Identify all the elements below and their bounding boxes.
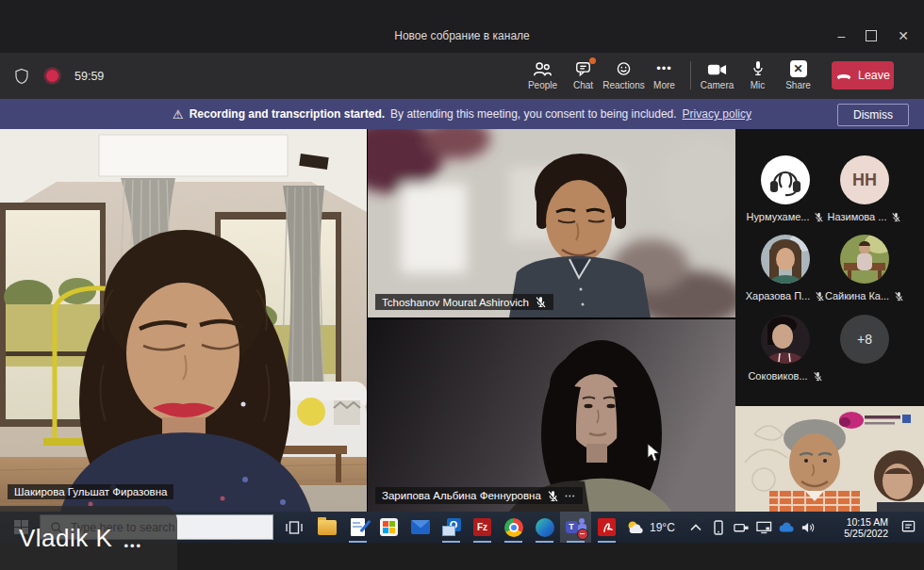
ethernet-display-icon xyxy=(756,521,772,534)
taskbar-apps: O Fz T xyxy=(311,512,622,543)
more-button[interactable]: ••• More xyxy=(644,60,685,90)
tray-phone-device[interactable] xyxy=(707,520,730,535)
tray-network[interactable] xyxy=(752,521,775,534)
onedrive-cloud-icon xyxy=(778,522,795,533)
avatar-photo xyxy=(761,235,810,284)
meeting-status-group: 59:59 xyxy=(13,53,104,99)
filezilla-icon: Fz xyxy=(473,518,491,536)
recording-indicator-icon xyxy=(44,68,60,84)
participant-overflow[interactable]: +8 xyxy=(822,315,907,364)
camera-device-icon xyxy=(734,522,750,533)
mic-muted-icon xyxy=(535,296,547,308)
tile-more-icon[interactable]: ⋯ xyxy=(565,489,577,502)
taskbar-app-acrobat[interactable] xyxy=(591,512,622,543)
tray-expand-button[interactable] xyxy=(685,524,707,531)
window-title: Новое собрание в каналe xyxy=(0,29,924,42)
action-center-button[interactable] xyxy=(894,520,922,534)
camera-button[interactable]: Camera xyxy=(697,60,737,90)
speaker-icon xyxy=(801,521,817,534)
hangup-icon xyxy=(835,71,852,80)
video-scene-room xyxy=(0,129,367,512)
participant-saykina[interactable]: Сайкина Ка... xyxy=(822,235,907,301)
self-menu-icon[interactable]: ••• xyxy=(124,539,142,553)
tray-volume[interactable] xyxy=(798,521,820,534)
reactions-button[interactable]: Reactions xyxy=(603,60,644,90)
people-button[interactable]: People xyxy=(522,60,563,90)
taskbar-app-outlook[interactable]: O xyxy=(436,512,467,543)
avatar-photo xyxy=(840,235,889,284)
video-tile-shakirova[interactable]: Шакирова Гульшат Фиразовна xyxy=(0,129,367,512)
task-view-button[interactable] xyxy=(279,512,309,543)
tray-onedrive[interactable] xyxy=(775,522,798,533)
participant-name-badge: Tchoshanov Mourat Ashirovich xyxy=(375,294,553,310)
self-name: Vladik K xyxy=(19,524,112,553)
chevron-up-icon xyxy=(690,524,701,531)
participant-sokovikov[interactable]: Соковиков... xyxy=(743,315,828,382)
avatar-photo-image xyxy=(840,235,889,284)
outlook-icon: O xyxy=(442,518,461,536)
overflow-count-badge: +8 xyxy=(840,315,889,364)
action-center-icon xyxy=(901,520,916,534)
chat-notification-dot xyxy=(589,57,596,64)
taskbar-app-mail[interactable] xyxy=(404,512,436,543)
taskbar-app-document-editor[interactable] xyxy=(342,512,373,543)
dismiss-button[interactable]: Dismiss xyxy=(837,104,909,126)
video-scene-couple xyxy=(735,406,924,512)
mouse-cursor xyxy=(647,443,660,463)
avatar-photo xyxy=(761,315,810,364)
participant-nurmukhame[interactable]: Нурмухаме... xyxy=(743,155,828,222)
privacy-policy-link[interactable]: Privacy policy xyxy=(683,107,751,121)
mic-muted-icon xyxy=(547,490,559,502)
weather-widget[interactable]: 19°C xyxy=(626,520,685,535)
microsoft-store-icon xyxy=(380,518,398,536)
video-tile-shared[interactable] xyxy=(735,406,924,512)
taskbar-app-edge[interactable] xyxy=(529,512,560,543)
recording-banner: ⚠ Recording and transcription started. B… xyxy=(0,99,924,129)
taskbar-app-filezilla[interactable]: Fz xyxy=(467,512,498,543)
participant-kharazova[interactable]: Харазова П... xyxy=(743,235,828,301)
leave-button[interactable]: Leave xyxy=(832,61,894,90)
warning-icon: ⚠ xyxy=(173,107,184,122)
avatar-photo-image xyxy=(761,235,810,284)
self-view-overlay[interactable]: Vladik K ••• xyxy=(0,506,177,570)
teams-window-titlebar xyxy=(0,0,924,53)
taskbar-app-file-explorer[interactable] xyxy=(311,512,342,543)
participant-nazimova[interactable]: НН Назимова ... xyxy=(822,155,907,222)
acrobat-icon xyxy=(598,518,616,536)
avatar-initials: НН xyxy=(840,155,889,204)
taskbar-app-microsoft-store[interactable] xyxy=(373,512,404,543)
tray-camera-device[interactable] xyxy=(730,522,752,533)
mic-icon xyxy=(751,60,766,77)
video-tile-zaripova[interactable]: Зарипова Альбина Феннуровна ⋯ xyxy=(368,319,735,512)
task-view-icon xyxy=(286,521,303,534)
meeting-controls: People Chat Reactions ••• More Camera Mi… xyxy=(522,55,894,96)
participant-name-badge: Зарипова Альбина Феннуровна ⋯ xyxy=(375,487,583,504)
toolbar-divider xyxy=(690,61,691,90)
video-tile-tchoshanov[interactable]: Tchoshanov Mourat Ashirovich xyxy=(368,129,735,318)
system-tray: 19°C 10:15 AM 5/25/2022 xyxy=(626,512,924,543)
taskbar-app-teams[interactable]: T xyxy=(560,512,591,543)
maximize-button[interactable] xyxy=(866,30,877,41)
share-button[interactable]: ✕ Share xyxy=(778,60,818,90)
taskbar-app-chrome[interactable] xyxy=(498,512,529,543)
chat-button[interactable]: Chat xyxy=(563,60,603,90)
teams-icon: T xyxy=(566,517,586,538)
date-label: 5/25/2022 xyxy=(826,528,888,539)
mail-icon xyxy=(411,520,430,534)
mic-button[interactable]: Mic xyxy=(737,60,778,90)
close-button[interactable]: ✕ xyxy=(898,28,909,43)
mic-muted-icon xyxy=(813,371,823,382)
document-editor-icon xyxy=(351,518,365,536)
temperature-label: 19°C xyxy=(650,521,675,534)
chrome-icon xyxy=(504,518,523,537)
camera-icon xyxy=(707,62,727,77)
minimize-button[interactable]: – xyxy=(837,28,845,43)
reactions-icon xyxy=(615,60,633,77)
banner-message: By attending this meeting, you consent t… xyxy=(390,107,677,121)
desktop-screen: Новое собрание в каналe – ✕ 59:59 People… xyxy=(0,0,924,570)
shield-icon xyxy=(13,68,30,85)
people-icon xyxy=(533,60,553,77)
mic-muted-icon xyxy=(894,291,904,301)
tray-clock[interactable]: 10:15 AM 5/25/2022 xyxy=(826,516,888,539)
avatar-photo-image xyxy=(761,315,810,364)
